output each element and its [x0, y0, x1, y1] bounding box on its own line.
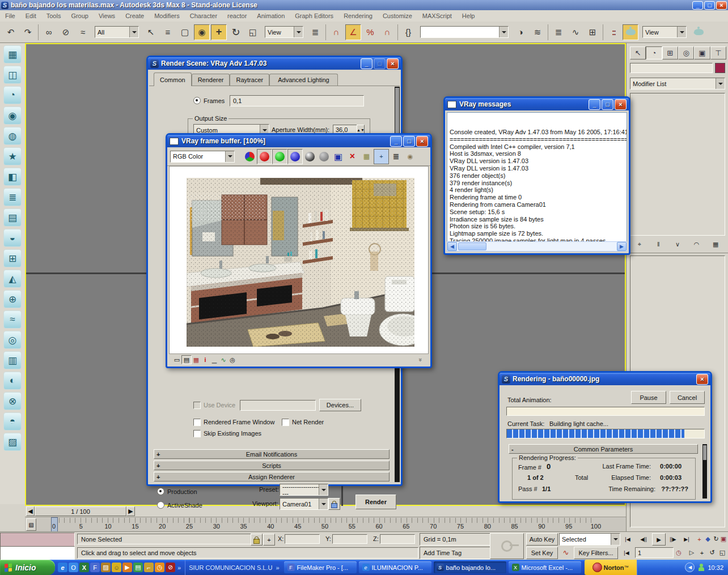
vray-messages-console[interactable]: Console created, VRay Adv 1.47.03 from M…	[447, 112, 627, 242]
maximize-viewport-icon[interactable]: ◱	[718, 547, 727, 558]
utilities-tab-icon[interactable]: ⊤	[710, 46, 726, 59]
tab-panel-icon[interactable]: ◍	[3, 127, 22, 145]
vray-messages-maximize[interactable]: □	[602, 99, 613, 110]
use-device-checkbox[interactable]	[193, 402, 201, 409]
menu-item[interactable]: Create	[120, 12, 149, 19]
frame-buffer-close[interactable]: ×	[416, 136, 428, 147]
tab-panel-icon[interactable]: ▨	[3, 433, 22, 451]
menu-item[interactable]: Edit	[20, 12, 41, 19]
menu-item[interactable]: Character	[185, 12, 222, 19]
messenger-icon[interactable]: ☺	[112, 563, 121, 572]
norton-band[interactable]: Norton™	[585, 560, 637, 575]
rollout-email-notifications[interactable]: +Email Notifications	[154, 449, 390, 459]
band-overflow-icon[interactable]: »	[276, 564, 279, 571]
frames-field[interactable]: 0,1	[230, 95, 364, 107]
tab-panel-icon[interactable]: ⊞	[3, 249, 22, 267]
lightmap-icon[interactable]: ◉	[403, 150, 417, 164]
hierarchy-tab-icon[interactable]: ⊞	[662, 46, 678, 59]
clear-image-icon[interactable]: ×	[345, 150, 359, 164]
object-name-field[interactable]	[630, 63, 713, 73]
cube-nav-icon[interactable]: ▣	[719, 534, 727, 544]
task-excel[interactable]: XMicrosoft Excel -...	[509, 561, 581, 573]
go-to-end-icon[interactable]: ▶|	[680, 534, 693, 544]
rollout-scripts[interactable]: +Scripts	[154, 461, 390, 470]
modifier-stack-list[interactable]	[630, 93, 725, 236]
vray-messages-minimize[interactable]: _	[589, 99, 600, 110]
clock-icon[interactable]: ◷	[155, 563, 164, 572]
net-render-checkbox[interactable]	[282, 419, 289, 426]
create-tab-icon[interactable]: ↖	[630, 46, 646, 59]
select-object-icon[interactable]: ↖	[143, 24, 159, 40]
frame-buffer-canvas[interactable]	[169, 166, 429, 354]
tab-raytracer[interactable]: Raytracer	[230, 74, 269, 86]
menu-item[interactable]: Group	[66, 12, 94, 19]
snap-toggle-icon[interactable]: ∩	[328, 24, 344, 40]
quick-render-icon[interactable]	[691, 24, 706, 40]
layer-manager-icon[interactable]: ≣	[551, 24, 566, 40]
select-and-link-icon[interactable]: ∞	[41, 24, 57, 40]
hide-icons-chevron[interactable]: ◀	[685, 563, 695, 572]
vray-messages-close[interactable]: ×	[615, 99, 627, 110]
redo-icon[interactable]: ↷	[20, 24, 36, 40]
rendering-dialog-scrollbar[interactable]	[702, 444, 707, 499]
fov-icon[interactable]: ▷	[687, 547, 696, 558]
tab-panel-icon[interactable]: ⊗	[3, 392, 22, 410]
rendering-titlebar[interactable]: S Rendering - baño00000.jpg ×	[500, 373, 710, 385]
tab-panel-icon[interactable]: ★	[3, 147, 22, 165]
prev-frame-icon[interactable]: |◀	[620, 547, 633, 558]
time-slider-left-arrow[interactable]: ◀	[26, 506, 35, 516]
default-in-out-icon[interactable]: ∿	[560, 547, 572, 557]
menu-item[interactable]: Tools	[41, 12, 66, 19]
play-icon[interactable]: ▶	[652, 533, 666, 546]
orbit-small-icon[interactable]: ↻	[712, 534, 720, 544]
menu-item[interactable]: Graph Editors	[290, 12, 338, 19]
excel-icon[interactable]: X	[79, 563, 89, 572]
display-tab-icon[interactable]: ▣	[694, 46, 710, 59]
norton-tray-icon[interactable]: ⊘	[166, 563, 175, 572]
modify-tab-icon[interactable]: ◔	[646, 46, 662, 59]
viewport-lock-icon[interactable]	[328, 498, 340, 510]
gem-icon[interactable]: ◆	[704, 534, 712, 544]
app-minimize-button[interactable]: _	[692, 1, 703, 10]
menu-item[interactable]: reactor	[222, 12, 252, 19]
schematic-view-icon[interactable]: ⊞	[585, 24, 600, 40]
fb-curve-icon[interactable]: ∿	[219, 356, 228, 364]
render-scene-restore[interactable]: □	[374, 58, 386, 69]
menu-item[interactable]: Rendering	[338, 12, 378, 19]
tab-panel-icon[interactable]: ≣	[3, 188, 22, 206]
render-scene-close[interactable]: ×	[387, 58, 399, 69]
select-and-move-icon[interactable]: +	[211, 24, 227, 40]
render-scene-icon[interactable]	[623, 24, 638, 40]
z-field[interactable]	[380, 534, 415, 544]
make-unique-icon[interactable]: ∨	[671, 238, 684, 250]
frame-buffer-minimize[interactable]: _	[390, 136, 402, 147]
rollout-assign-renderer[interactable]: +Assign Renderer	[154, 472, 390, 482]
tab-panel-icon[interactable]: ◓	[3, 412, 22, 431]
viewport-dropdown[interactable]: Camera01	[280, 498, 328, 510]
tab-panel-icon[interactable]: ▦	[3, 45, 22, 63]
set-keys-big-icon[interactable]	[490, 533, 524, 559]
app-close-button[interactable]: ×	[716, 1, 727, 10]
activeshade-radio[interactable]	[157, 501, 164, 509]
mini-curve-editor-icon[interactable]: ▧	[26, 518, 36, 531]
maxscript-listener-pink[interactable]	[0, 533, 75, 547]
render-type-dropdown[interactable]: View	[642, 26, 687, 38]
percent-snap-icon[interactable]: %	[362, 24, 378, 40]
selection-lock-icon[interactable]	[251, 534, 263, 546]
angle-snap-icon[interactable]: ∠	[345, 24, 361, 40]
alpha-channel-icon[interactable]	[317, 150, 331, 164]
use-center-icon[interactable]: ≣	[307, 24, 323, 40]
pan-icon[interactable]: +	[697, 547, 706, 558]
devices-button[interactable]: Devices...	[319, 399, 361, 411]
curve-editor-icon[interactable]: ∿	[568, 24, 583, 40]
outlook-icon[interactable]: O	[69, 563, 78, 572]
media-player-icon[interactable]: ▶	[122, 563, 132, 572]
arc-rotate-icon[interactable]: ↺	[708, 547, 717, 558]
tab-panel-icon[interactable]: ◐	[3, 372, 22, 390]
y-field[interactable]	[332, 534, 367, 544]
tab-panel-icon[interactable]: ◭	[3, 270, 22, 288]
fb-preview-icon[interactable]: ▭	[172, 356, 181, 364]
fb-color-icon[interactable]: ▦	[192, 356, 201, 364]
menu-item[interactable]: Customize	[378, 12, 417, 19]
quicklaunch-overflow-icon[interactable]: »	[177, 564, 181, 571]
